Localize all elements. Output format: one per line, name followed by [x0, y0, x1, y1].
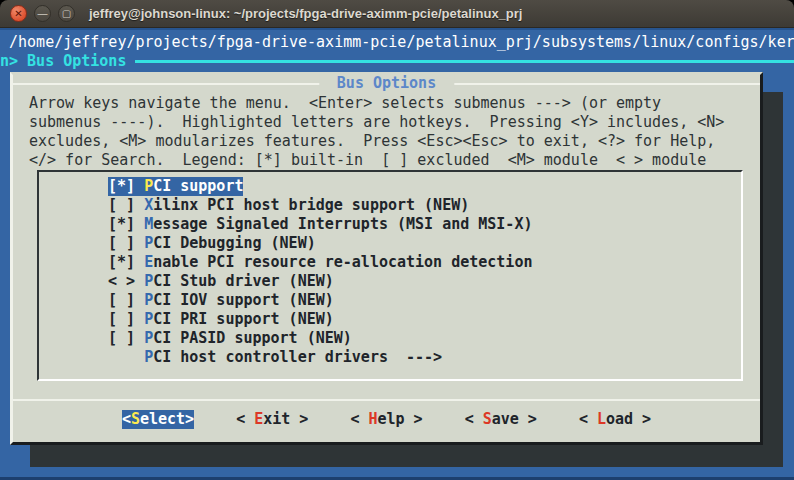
terminal-content: /home/jeffrey/projects/fpga-drive-aximm-… — [0, 28, 794, 480]
horizontal-rule — [135, 60, 794, 63]
button-label: xit > — [263, 410, 308, 428]
item-label: CI host controller drivers ---> — [153, 348, 442, 366]
minimize-icon[interactable]: — — [34, 5, 51, 22]
dialog-button[interactable]: < Load > — [579, 410, 651, 429]
menu-item[interactable]: PCI host controller drivers ---> — [39, 348, 741, 367]
button-label: elect> — [140, 410, 194, 428]
menu-item[interactable]: [*] PCI support — [39, 177, 741, 196]
instructions-line-4: </> for Search. Legend: [*] built-in [ ]… — [13, 151, 760, 170]
menu-list: [*] PCI support[ ] Xilinx PCI host bridg… — [37, 170, 743, 381]
buttons-separator — [13, 399, 760, 401]
item-label: nable PCI resource re-allocation detecti… — [153, 253, 532, 271]
item-label: CI PRI support (NEW) — [153, 310, 334, 328]
item-label: essage Signaled Interrupts (MSI and MSI-… — [153, 215, 532, 233]
bus-options-dialog: Bus Options Arrow keys navigate the menu… — [10, 72, 763, 445]
dialog-button[interactable]: < Exit > — [236, 410, 308, 429]
item-marker: [*] — [108, 177, 144, 195]
dialog-button[interactable]: < Save > — [465, 410, 537, 429]
button-hotkey: S — [131, 410, 140, 428]
instructions-line-1: Arrow keys navigate the menu. <Enter> se… — [13, 94, 760, 113]
item-hotkey: X — [144, 196, 153, 214]
item-marker: [*] — [108, 253, 144, 271]
item-marker: [ ] — [108, 234, 144, 252]
item-marker: [ ] — [108, 196, 144, 214]
window-title: jeffrey@johnson-linux: ~/projects/fpga-d… — [89, 4, 522, 23]
dialog-button[interactable]: < Help > — [350, 410, 422, 429]
dialog-button[interactable]: <Select> — [122, 410, 194, 429]
button-label: ave > — [492, 410, 537, 428]
item-hotkey: P — [144, 272, 153, 290]
menu-item[interactable]: < > PCI Stub driver (NEW) — [39, 272, 741, 291]
config-path-line1: /home/jeffrey/projects/fpga-drive-aximm-… — [0, 33, 794, 52]
item-marker: [ ] — [108, 310, 144, 328]
button-hotkey: S — [483, 410, 492, 428]
item-marker: [*] — [108, 215, 144, 233]
item-label: CI support — [153, 177, 243, 195]
window-controls: ✕ — ▢ — [10, 5, 75, 22]
item-marker: [ ] — [108, 291, 144, 309]
menu-item[interactable]: [ ] PCI Debugging (NEW) — [39, 234, 741, 253]
breadcrumb: n> Bus Options — [0, 52, 126, 71]
item-marker: [ ] — [108, 329, 144, 347]
item-hotkey: M — [144, 215, 153, 233]
instructions-line-3: excludes, <M> modularizes features. Pres… — [13, 132, 760, 151]
window-titlebar: ✕ — ▢ jeffrey@johnson-linux: ~/projects/… — [0, 0, 794, 28]
button-label: oad > — [606, 410, 651, 428]
item-label: CI IOV support (NEW) — [153, 291, 334, 309]
close-icon[interactable]: ✕ — [10, 5, 27, 22]
config-path-line2: n> Bus Options — [0, 52, 794, 71]
maximize-icon[interactable]: ▢ — [58, 5, 75, 22]
menu-item[interactable]: [ ] Xilinx PCI host bridge support (NEW) — [39, 196, 741, 215]
item-marker — [108, 348, 144, 366]
item-hotkey: P — [144, 234, 153, 252]
item-hotkey: P — [144, 291, 153, 309]
button-label: elp > — [377, 410, 422, 428]
item-hotkey: E — [144, 253, 153, 271]
menu-item[interactable]: [*] Message Signaled Interrupts (MSI and… — [39, 215, 741, 234]
item-label: ilinx PCI host bridge support (NEW) — [153, 196, 469, 214]
item-label: CI Debugging (NEW) — [153, 234, 316, 252]
item-marker: < > — [108, 272, 144, 290]
item-hotkey: P — [144, 348, 153, 366]
button-row: <Select>< Exit >< Help >< Save >< Load > — [13, 410, 760, 429]
button-hotkey: L — [597, 410, 606, 428]
menu-item[interactable]: [*] Enable PCI resource re-allocation de… — [39, 253, 741, 272]
dialog-title: Bus Options — [319, 74, 454, 93]
terminal-window: ✕ — ▢ jeffrey@johnson-linux: ~/projects/… — [0, 0, 794, 480]
button-hotkey: E — [254, 410, 263, 428]
item-hotkey: P — [144, 329, 153, 347]
item-hotkey: P — [144, 177, 153, 195]
item-hotkey: P — [144, 310, 153, 328]
menu-item[interactable]: [ ] PCI PASID support (NEW) — [39, 329, 741, 348]
item-label: CI PASID support (NEW) — [153, 329, 352, 347]
dialog-title-row: Bus Options — [13, 75, 760, 94]
menu-item[interactable]: [ ] PCI IOV support (NEW) — [39, 291, 741, 310]
item-label: CI Stub driver (NEW) — [153, 272, 334, 290]
menu-item[interactable]: [ ] PCI PRI support (NEW) — [39, 310, 741, 329]
instructions-line-2: submenus ----). Highlighted letters are … — [13, 113, 760, 132]
